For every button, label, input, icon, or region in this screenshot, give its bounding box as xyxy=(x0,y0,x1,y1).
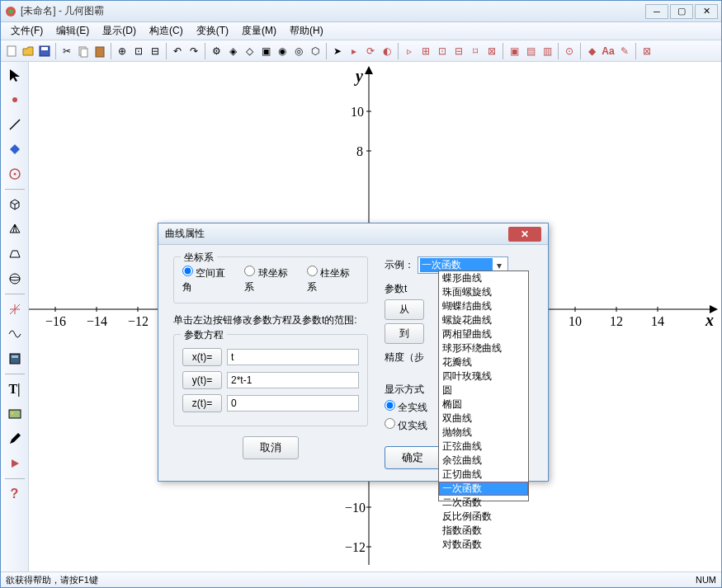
dropdown-option[interactable]: 对数函数 xyxy=(439,538,528,552)
undo-icon[interactable]: ↶ xyxy=(170,44,185,59)
text-tool-icon[interactable]: T| xyxy=(5,379,25,399)
dropdown-option[interactable]: 双曲线 xyxy=(439,412,528,426)
new-icon[interactable] xyxy=(4,44,19,59)
menu-file[interactable]: 文件(F) xyxy=(4,22,50,40)
tool-icon[interactable]: ⊡ xyxy=(435,44,450,59)
tool-icon[interactable]: ◆ xyxy=(584,44,599,59)
polygon-icon[interactable] xyxy=(5,139,25,159)
zt-button[interactable]: z(t)= xyxy=(182,394,222,412)
tool-icon[interactable]: ◐ xyxy=(380,44,394,59)
tool-icon[interactable]: ▥ xyxy=(540,44,554,59)
from-button[interactable]: 从 xyxy=(385,299,424,320)
radio-cartesian[interactable]: 空间直角 xyxy=(182,266,234,294)
save-icon[interactable] xyxy=(37,44,52,59)
dropdown-option[interactable]: 指数函数 xyxy=(439,524,528,538)
xt-button[interactable]: x(t)= xyxy=(182,348,222,366)
dropdown-option[interactable]: 花瓣线 xyxy=(439,355,528,369)
tool-icon[interactable]: ⊠ xyxy=(639,44,654,59)
tool-icon[interactable]: ⊕ xyxy=(115,44,130,59)
cube-icon[interactable] xyxy=(5,195,25,214)
tool-icon[interactable]: ▸ xyxy=(347,44,361,59)
tool-icon[interactable]: ▤ xyxy=(523,44,538,59)
tool-icon[interactable]: ▣ xyxy=(258,44,273,59)
dropdown-option[interactable]: 螺旋花曲线 xyxy=(439,313,528,327)
tool-icon[interactable]: ⊞ xyxy=(418,44,433,59)
circle-icon[interactable] xyxy=(5,164,25,184)
maximize-button[interactable]: ▢ xyxy=(670,4,693,19)
close-button[interactable]: ✕ xyxy=(695,4,718,19)
dropdown-option[interactable]: 两相望曲线 xyxy=(439,327,528,341)
tool-icon[interactable]: ▹ xyxy=(402,44,417,59)
help-icon[interactable]: ? xyxy=(5,484,25,504)
dropdown-option[interactable]: 反比例函数 xyxy=(439,510,528,524)
menu-measure[interactable]: 度量(M) xyxy=(235,22,283,40)
tool-icon[interactable]: ◎ xyxy=(291,44,306,59)
cut-icon[interactable]: ✂ xyxy=(59,44,74,59)
dropdown-option[interactable]: 正弦曲线 xyxy=(439,440,528,454)
tool-icon[interactable]: ▣ xyxy=(507,44,521,59)
dropdown-option[interactable]: 珠面螺旋线 xyxy=(439,285,528,299)
minimize-button[interactable]: ─ xyxy=(645,4,668,19)
tool-icon[interactable]: ⊙ xyxy=(562,44,577,59)
tool-icon[interactable]: ⊠ xyxy=(484,44,499,59)
pen-icon[interactable] xyxy=(5,429,25,449)
axes-icon[interactable] xyxy=(5,299,25,319)
menu-display[interactable]: 显示(D) xyxy=(96,22,143,40)
dropdown-option[interactable]: 二次函数 xyxy=(439,496,528,510)
calc-icon[interactable] xyxy=(5,349,25,369)
tool-icon[interactable]: ◇ xyxy=(242,44,257,59)
tool-icon[interactable]: ◈ xyxy=(225,44,240,59)
xt-input[interactable] xyxy=(227,349,359,365)
point-icon[interactable] xyxy=(5,90,25,110)
image-icon[interactable] xyxy=(5,404,25,424)
cancel-button[interactable]: 取消 xyxy=(243,436,299,459)
to-button[interactable]: 到 xyxy=(385,323,424,344)
dropdown-option[interactable]: 余弦曲线 xyxy=(439,454,528,468)
yt-button[interactable]: y(t)= xyxy=(182,371,222,389)
radio-cylindrical[interactable]: 柱坐标系 xyxy=(307,266,359,294)
svg-point-13 xyxy=(10,274,20,284)
svg-rect-17 xyxy=(9,410,21,418)
dropdown-option[interactable]: 球形环绕曲线 xyxy=(439,341,528,355)
menu-transform[interactable]: 变换(T) xyxy=(190,22,235,40)
function-icon[interactable] xyxy=(5,324,25,344)
toolbar: ✂ ⊕ ⊡ ⊟ ↶ ↷ ⚙ ◈ ◇ ▣ ◉ ◎ ⬡ ➤ ▸ ⟳ ◐ ▹ ⊞ ⊡ … xyxy=(1,40,721,62)
dropdown-option[interactable]: 蝴蝶结曲线 xyxy=(439,299,528,313)
dropdown-option[interactable]: 圆 xyxy=(439,383,528,397)
yt-input[interactable] xyxy=(227,372,359,388)
dropdown-option[interactable]: 正切曲线 xyxy=(439,468,528,482)
tool-icon[interactable]: ⊟ xyxy=(148,44,163,59)
tool-icon[interactable]: ⌑ xyxy=(468,44,483,59)
gear-icon[interactable]: ⚙ xyxy=(209,44,224,59)
menu-edit[interactable]: 编辑(E) xyxy=(50,22,96,40)
dropdown-option[interactable]: 四叶玫瑰线 xyxy=(439,369,528,383)
copy-icon[interactable] xyxy=(76,44,91,59)
dropdown-option[interactable]: 一次函数 xyxy=(439,482,528,496)
pyramid-icon[interactable] xyxy=(5,219,25,239)
tool-icon[interactable]: ⊟ xyxy=(451,44,466,59)
radio-spherical[interactable]: 球坐标系 xyxy=(244,266,296,294)
frustum-icon[interactable] xyxy=(5,244,25,264)
pointer-icon[interactable] xyxy=(5,65,25,85)
line-icon[interactable] xyxy=(5,115,25,134)
tool-icon[interactable]: ⊡ xyxy=(131,44,146,59)
play-icon[interactable] xyxy=(5,454,25,473)
menu-help[interactable]: 帮助(H) xyxy=(283,22,330,40)
tool-icon[interactable]: ◉ xyxy=(275,44,290,59)
tool-icon[interactable]: ⟳ xyxy=(363,44,378,59)
paste-icon[interactable] xyxy=(92,44,107,59)
sphere-icon[interactable] xyxy=(5,269,25,289)
text-icon[interactable]: Aa xyxy=(601,44,616,59)
dropdown-option[interactable]: 椭圆 xyxy=(439,397,528,412)
zt-input[interactable] xyxy=(227,395,359,412)
dropdown-option[interactable]: 抛物线 xyxy=(439,426,528,440)
tool-icon[interactable]: ✎ xyxy=(617,44,632,59)
dialog-close-button[interactable]: ✕ xyxy=(508,227,541,242)
menu-construct[interactable]: 构造(C) xyxy=(143,22,190,40)
arrow-icon[interactable]: ➤ xyxy=(330,44,345,59)
ok-button[interactable]: 确定 xyxy=(385,446,441,469)
tool-icon[interactable]: ⬡ xyxy=(308,44,323,59)
redo-icon[interactable]: ↷ xyxy=(186,44,201,59)
dropdown-option[interactable]: 蝶形曲线 xyxy=(439,271,528,285)
open-icon[interactable] xyxy=(21,44,35,59)
